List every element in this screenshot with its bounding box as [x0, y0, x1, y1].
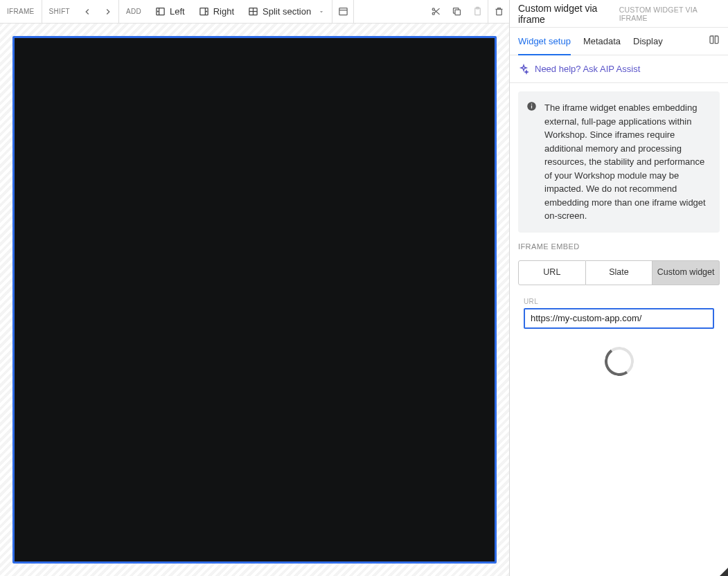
right-panel: Custom widget via iframe CUSTOM WIDGET V…: [509, 0, 728, 576]
copy-button[interactable]: [446, 0, 467, 23]
tab-metadata[interactable]: Metadata: [583, 28, 621, 55]
trash-icon: [494, 6, 504, 17]
copy-icon: [452, 6, 462, 17]
paste-button[interactable]: [467, 0, 488, 23]
svg-rect-22: [531, 105, 532, 108]
add-label: ADD: [119, 8, 148, 15]
tab-widget-setup[interactable]: Widget setup: [518, 28, 571, 55]
scissors-icon: [431, 6, 441, 17]
delete-button[interactable]: [488, 0, 509, 23]
app-root: IFRAME SHIFT ADD Left Right: [0, 0, 728, 576]
iframe-info-text: The iframe widget enables embedding exte…: [544, 102, 706, 221]
svg-rect-17: [455, 10, 461, 15]
insert-right-icon: [199, 6, 209, 17]
iframe-group: IFRAME: [0, 0, 42, 23]
resize-handle[interactable]: [720, 568, 728, 576]
panel-header: Custom widget via iframe CUSTOM WIDGET V…: [510, 0, 728, 28]
loading-spinner-icon: [602, 344, 636, 378]
add-left-label: Left: [170, 6, 185, 17]
cut-button[interactable]: [425, 0, 446, 23]
clipboard-icon: [472, 6, 483, 17]
toolbar-spacer: [354, 0, 425, 23]
split-section-button[interactable]: Split section: [241, 0, 332, 23]
info-icon: [526, 101, 537, 116]
panel-body: The iframe widget enables embedding exte…: [510, 83, 728, 384]
add-left-button[interactable]: Left: [148, 0, 192, 23]
add-group: ADD Left Right Split section: [119, 0, 332, 23]
iframe-preview[interactable]: [12, 36, 497, 564]
embed-option-slate[interactable]: Slate: [586, 260, 653, 285]
sparkle-icon: [518, 64, 529, 75]
insert-left-icon: [155, 6, 166, 17]
shift-label: SHIFT: [42, 8, 77, 15]
split-section-label: Split section: [263, 6, 311, 17]
left-column: IFRAME SHIFT ADD Left Right: [0, 0, 509, 576]
canvas-wrap: [0, 24, 509, 576]
add-right-button[interactable]: Right: [192, 0, 241, 23]
panel-title: Custom widget via iframe: [518, 3, 619, 25]
aip-assist-row[interactable]: Need help? Ask AIP Assist: [510, 55, 728, 83]
svg-point-13: [432, 8, 434, 10]
arrow-left-icon: [82, 7, 92, 17]
toolbar: IFRAME SHIFT ADD Left Right: [0, 0, 509, 24]
arrow-right-icon: [103, 7, 113, 17]
chevron-down-icon: [318, 8, 325, 15]
svg-rect-23: [531, 104, 532, 105]
docs-button[interactable]: [709, 35, 720, 48]
svg-rect-20: [496, 9, 501, 15]
url-field-label: URL: [524, 298, 714, 305]
url-field-block: URL: [518, 295, 720, 332]
layout-button[interactable]: [332, 0, 353, 23]
book-icon: [709, 35, 720, 46]
aip-assist-label: Need help? Ask AIP Assist: [535, 64, 640, 74]
panel-tabs: Widget setup Metadata Display: [510, 28, 728, 55]
svg-rect-11: [339, 8, 347, 15]
layout-icon: [338, 6, 348, 17]
iframe-embed-label: IFRAME EMBED: [518, 242, 720, 251]
panel-subtitle: CUSTOM WIDGET VIA IFRAME: [619, 6, 720, 22]
shift-left-button[interactable]: [77, 0, 98, 23]
shift-group: SHIFT: [42, 0, 119, 23]
tab-display[interactable]: Display: [633, 28, 663, 55]
add-right-label: Right: [213, 6, 234, 17]
delete-group: [488, 0, 509, 23]
spinner-wrap: [518, 347, 720, 376]
svg-point-14: [432, 12, 434, 15]
iframe-label: IFRAME: [0, 8, 42, 15]
edit-group: [425, 0, 488, 23]
url-input[interactable]: [524, 308, 714, 329]
embed-option-custom-widget[interactable]: Custom widget: [652, 260, 720, 285]
embed-type-segment: URL Slate Custom widget: [518, 260, 720, 285]
embed-option-url[interactable]: URL: [518, 260, 586, 285]
iframe-info-box: The iframe widget enables embedding exte…: [518, 91, 720, 233]
layout-group: [332, 0, 354, 23]
split-icon: [248, 6, 258, 17]
shift-right-button[interactable]: [98, 0, 118, 23]
